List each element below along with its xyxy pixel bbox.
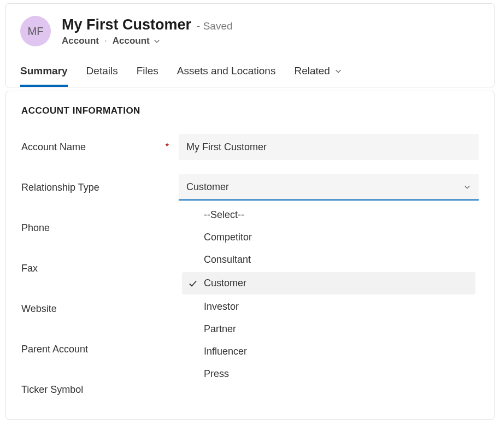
option-label: Competitor (204, 232, 252, 243)
section-title: ACCOUNT INFORMATION (21, 105, 479, 116)
dropdown-option-press[interactable]: Press (179, 363, 479, 385)
tab-label: Assets and Locations (177, 65, 276, 77)
chevron-down-icon (463, 183, 471, 191)
record-header-card: MF My First Customer - Saved Account · A… (5, 3, 495, 87)
tab-assets-and-locations[interactable]: Assets and Locations (177, 62, 276, 87)
option-label: Partner (204, 323, 236, 335)
dropdown-option-consultant[interactable]: Consultant (179, 249, 479, 271)
tabs: Summary Details Files Assets and Locatio… (20, 62, 480, 87)
option-label: Investor (204, 301, 239, 313)
tab-label: Files (137, 65, 158, 77)
tab-related[interactable]: Related (294, 62, 342, 87)
label-fax: Fax (21, 263, 158, 274)
title-block: My First Customer - Saved Account · Acco… (62, 16, 233, 46)
chevron-down-icon (334, 67, 342, 75)
header-row: MF My First Customer - Saved Account · A… (20, 16, 480, 46)
label-account-name: Account Name (21, 142, 158, 153)
form-type-dropdown[interactable]: Account (113, 36, 161, 46)
option-label: Influencer (204, 346, 247, 357)
form-rows: Account Name * Relationship Type Custome… (21, 134, 479, 403)
row-relationship-type: Relationship Type Customer --Select-- Co… (21, 174, 479, 201)
dropdown-option-partner[interactable]: Partner (179, 318, 479, 340)
dropdown-option-competitor[interactable]: Competitor (179, 226, 479, 249)
label-relationship-type: Relationship Type (21, 182, 158, 193)
row-account-name: Account Name * (21, 134, 479, 160)
dropdown-option-select[interactable]: --Select-- (179, 204, 479, 226)
subtitle-line: Account · Account (62, 36, 233, 46)
form-type-label: Account (113, 36, 150, 46)
title-line: My First Customer - Saved (62, 16, 233, 33)
tab-files[interactable]: Files (137, 62, 158, 87)
tab-label: Summary (20, 65, 68, 77)
required-indicator: * (164, 142, 172, 152)
form-card: ACCOUNT INFORMATION Account Name * Relat… (5, 91, 495, 420)
dropdown-option-investor[interactable]: Investor (179, 296, 479, 318)
option-label: Customer (204, 278, 246, 289)
label-website: Website (21, 303, 158, 315)
avatar-initials: MF (28, 25, 44, 38)
option-label: --Select-- (204, 209, 244, 221)
tab-details[interactable]: Details (86, 62, 118, 87)
dropdown-option-customer[interactable]: Customer (182, 272, 475, 294)
label-phone: Phone (21, 222, 158, 234)
label-parent-account: Parent Account (21, 344, 158, 355)
subtitle-separator: · (104, 36, 107, 46)
dropdown-option-influencer[interactable]: Influencer (179, 340, 479, 363)
avatar: MF (20, 16, 51, 46)
entity-label: Account (62, 36, 99, 46)
relationship-type-dropdown[interactable]: --Select-- Competitor Consultant Custome… (179, 201, 479, 387)
save-state: - Saved (197, 20, 232, 32)
label-ticker-symbol: Ticker Symbol (21, 384, 158, 396)
account-name-input[interactable] (179, 134, 479, 160)
option-label: Press (204, 368, 229, 380)
tab-summary[interactable]: Summary (20, 62, 68, 87)
tab-label: Details (86, 65, 118, 77)
chevron-down-icon (153, 37, 161, 45)
relationship-type-select[interactable]: Customer (179, 174, 479, 201)
page-title: My First Customer (62, 16, 191, 33)
check-icon (189, 279, 198, 288)
tab-label: Related (294, 65, 330, 77)
relationship-type-value: Customer (186, 181, 229, 193)
option-label: Consultant (204, 254, 251, 266)
